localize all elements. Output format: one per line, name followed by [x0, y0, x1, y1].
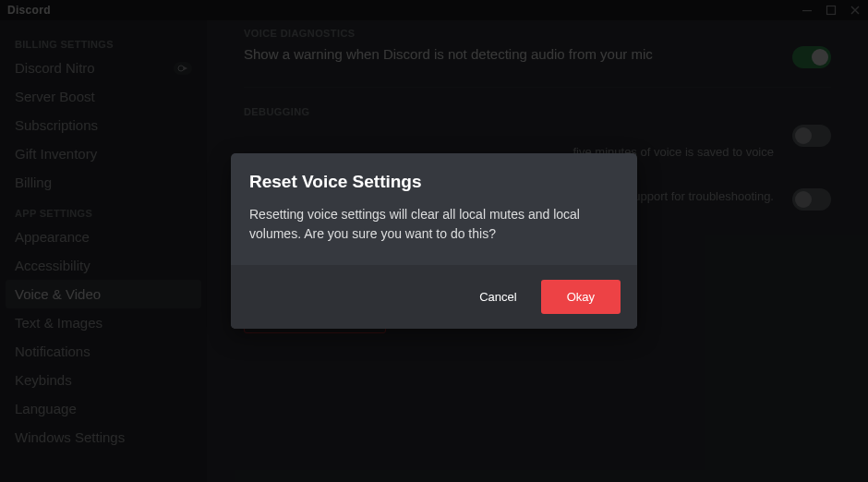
modal-backdrop[interactable]: Reset Voice Settings Resetting voice set…: [0, 0, 868, 482]
modal-text: Resetting voice settings will clear all …: [249, 205, 619, 243]
reset-voice-settings-modal: Reset Voice Settings Resetting voice set…: [231, 153, 637, 329]
modal-title: Reset Voice Settings: [249, 172, 619, 192]
cancel-button[interactable]: Cancel: [472, 281, 524, 313]
modal-footer: Cancel Okay: [231, 265, 637, 329]
okay-button[interactable]: Okay: [541, 280, 621, 314]
